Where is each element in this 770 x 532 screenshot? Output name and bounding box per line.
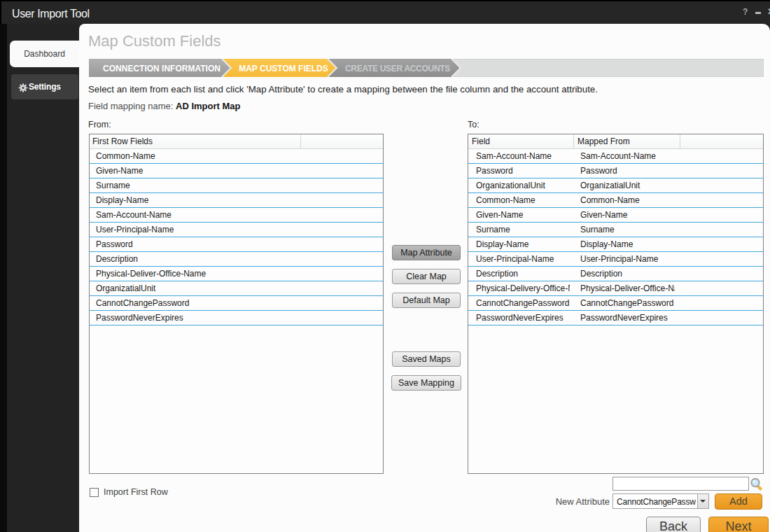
svg-text:CREATE USER ACCOUNTS: CREATE USER ACCOUNTS bbox=[345, 64, 450, 74]
svg-text:MAP CUSTOM FIELDS: MAP CUSTOM FIELDS bbox=[239, 64, 328, 74]
svg-text:CONNECTION INFORMATION: CONNECTION INFORMATION bbox=[103, 64, 220, 74]
